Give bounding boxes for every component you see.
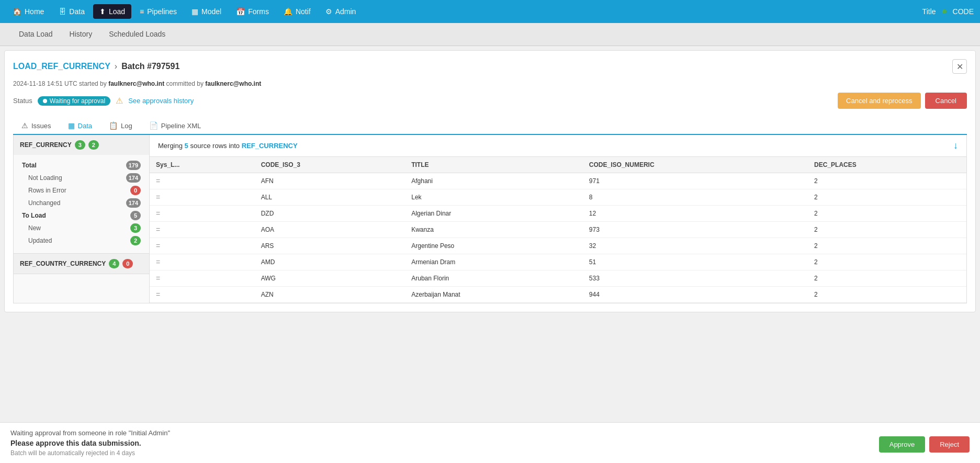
pipelines-icon: ≡ <box>140 7 144 16</box>
log-tab-icon: 📋 <box>109 121 118 130</box>
cell-dec-places: 2 <box>808 254 966 270</box>
nav-load[interactable]: ⬆ Load <box>93 4 131 19</box>
nav-notif[interactable]: 🔔 Notif <box>277 4 317 19</box>
content-area: REF_CURRENCY 3 2 Total 179 Not Loading 1… <box>13 135 967 303</box>
unchanged-badge: 174 <box>126 198 141 208</box>
table-row: = AFN Afghani 971 2 <box>150 173 966 189</box>
table-row: = ARS Argentine Peso 32 2 <box>150 238 966 254</box>
cell-code-iso-numeric: 32 <box>583 238 808 254</box>
nav-forms[interactable]: 📅 Forms <box>230 4 275 19</box>
stat-total: Total 179 <box>22 159 141 172</box>
cell-sys: = <box>150 238 255 254</box>
top-nav: 🏠 Home 🗄 Data ⬆ Load ≡ Pipelines ▦ Model… <box>0 0 980 23</box>
subnav-scheduled-loads[interactable]: Scheduled Loads <box>100 24 174 46</box>
cell-title: Armenian Dram <box>405 254 583 270</box>
cell-sys: = <box>150 287 255 303</box>
tab-log[interactable]: 📋 Log <box>100 117 141 135</box>
notif-icon: 🔔 <box>284 7 292 16</box>
breadcrumb-link[interactable]: LOAD_REF_CURRENCY <box>13 62 110 71</box>
meta-info: 2024-11-18 14:51 UTC started by faulkner… <box>13 80 967 87</box>
stat-not-loading: Not Loading 174 <box>22 172 141 184</box>
ref-country-currency-badge-2: 0 <box>122 259 133 268</box>
home-icon: 🏠 <box>13 7 21 16</box>
col-dec-places: DEC_PLACES <box>808 157 966 173</box>
cell-sys: = <box>150 222 255 238</box>
tabs: ⚠ Issues ▦ Data 📋 Log 📄 Pipeline XML <box>13 117 967 135</box>
left-section-ref-country-currency-header[interactable]: REF_COUNTRY_CURRENCY 4 0 <box>14 254 149 274</box>
cell-title: Afghani <box>405 173 583 189</box>
issues-tab-icon: ⚠ <box>21 121 28 130</box>
tab-pipeline-xml[interactable]: 📄 Pipeline XML <box>141 117 210 135</box>
table-row: = AWG Aruban Florin 533 2 <box>150 270 966 287</box>
col-sys: Sys_L... <box>150 157 255 173</box>
cell-dec-places: 2 <box>808 173 966 189</box>
action-buttons: Cancel and reprocess Cancel <box>838 93 967 109</box>
nav-admin[interactable]: ⚙ Admin <box>319 4 363 19</box>
right-panel-header: Merging 5 source rows into REF_CURRENCY … <box>150 135 966 157</box>
not-loading-badge: 174 <box>126 173 141 183</box>
nav-code: CODE <box>953 7 974 16</box>
model-icon: ▦ <box>192 7 198 16</box>
nav-right: Title CODE <box>922 7 974 16</box>
left-panel: REF_CURRENCY 3 2 Total 179 Not Loading 1… <box>14 135 150 303</box>
left-section-ref-currency-header[interactable]: REF_CURRENCY 3 2 <box>14 135 149 155</box>
cell-code-iso-3: AZN <box>255 287 405 303</box>
left-section-ref-currency: REF_CURRENCY 3 2 Total 179 Not Loading 1… <box>14 135 149 254</box>
cell-code-iso-3: AOA <box>255 222 405 238</box>
cell-title: Aruban Florin <box>405 270 583 287</box>
cell-dec-places: 2 <box>808 287 966 303</box>
cancel-button[interactable]: Cancel <box>925 93 967 109</box>
tab-issues[interactable]: ⚠ Issues <box>13 117 60 135</box>
nav-pipelines[interactable]: ≡ Pipelines <box>133 4 183 19</box>
sub-nav: Data Load History Scheduled Loads <box>0 23 980 46</box>
ref-country-currency-badge-1: 4 <box>109 259 119 268</box>
cell-title: Argentine Peso <box>405 238 583 254</box>
breadcrumb-chevron: › <box>115 62 117 71</box>
updated-badge: 2 <box>130 236 141 245</box>
cell-code-iso-numeric: 51 <box>583 254 808 270</box>
main-content: LOAD_REF_CURRENCY › Batch #797591 ✕ 2024… <box>4 50 976 312</box>
nav-home[interactable]: 🏠 Home <box>6 4 50 19</box>
table-row: = ALL Lek 8 2 <box>150 189 966 206</box>
status-label: Status <box>13 97 32 105</box>
cell-sys: = <box>150 173 255 189</box>
ref-currency-label: REF_CURRENCY <box>20 141 72 149</box>
data-icon: 🗄 <box>59 7 66 16</box>
merge-text: Merging 5 source rows into REF_CURRENCY <box>158 142 298 150</box>
table-row: = AZN Azerbaijan Manat 944 2 <box>150 287 966 303</box>
cell-sys: = <box>150 254 255 270</box>
pipeline-tab-icon: 📄 <box>149 121 158 130</box>
cell-code-iso-numeric: 973 <box>583 222 808 238</box>
cell-code-iso-3: ARS <box>255 238 405 254</box>
close-icon: ✕ <box>956 62 963 72</box>
download-icon[interactable]: ↓ <box>953 140 958 151</box>
table-row: = AMD Armenian Dram 51 2 <box>150 254 966 270</box>
status-row: Status Waiting for approval ⚠ See approv… <box>13 93 967 109</box>
cell-dec-places: 2 <box>808 206 966 222</box>
new-badge: 3 <box>130 223 141 233</box>
nav-model[interactable]: ▦ Model <box>185 4 228 19</box>
approvals-history-link[interactable]: See approvals history <box>128 97 194 105</box>
cell-code-iso-numeric: 533 <box>583 270 808 287</box>
subnav-data-load[interactable]: Data Load <box>10 24 61 46</box>
left-section-ref-country-currency: REF_COUNTRY_CURRENCY 4 0 <box>14 254 149 274</box>
stat-updated: Updated 2 <box>22 234 141 247</box>
close-button[interactable]: ✕ <box>952 59 967 74</box>
status-dot <box>942 9 947 14</box>
ref-currency-badge-2: 2 <box>88 140 99 150</box>
nav-data[interactable]: 🗄 Data <box>52 4 91 19</box>
cell-code-iso-3: AMD <box>255 254 405 270</box>
breadcrumb: LOAD_REF_CURRENCY › Batch #797591 ✕ <box>13 59 967 74</box>
badge-dot <box>43 99 47 103</box>
subnav-history[interactable]: History <box>61 24 101 46</box>
cell-dec-places: 2 <box>808 270 966 287</box>
ref-country-currency-label: REF_COUNTRY_CURRENCY <box>20 260 106 267</box>
cell-code-iso-numeric: 971 <box>583 173 808 189</box>
tab-data[interactable]: ▦ Data <box>60 117 100 135</box>
cancel-reprocess-button[interactable]: Cancel and reprocess <box>838 93 920 109</box>
cell-sys: = <box>150 206 255 222</box>
data-table: Sys_L... CODE_ISO_3 TITLE CODE_ISO_NUMER… <box>150 157 966 303</box>
stat-new: New 3 <box>22 222 141 234</box>
cell-dec-places: 2 <box>808 238 966 254</box>
stat-rows-in-error: Rows in Error 0 <box>22 184 141 197</box>
